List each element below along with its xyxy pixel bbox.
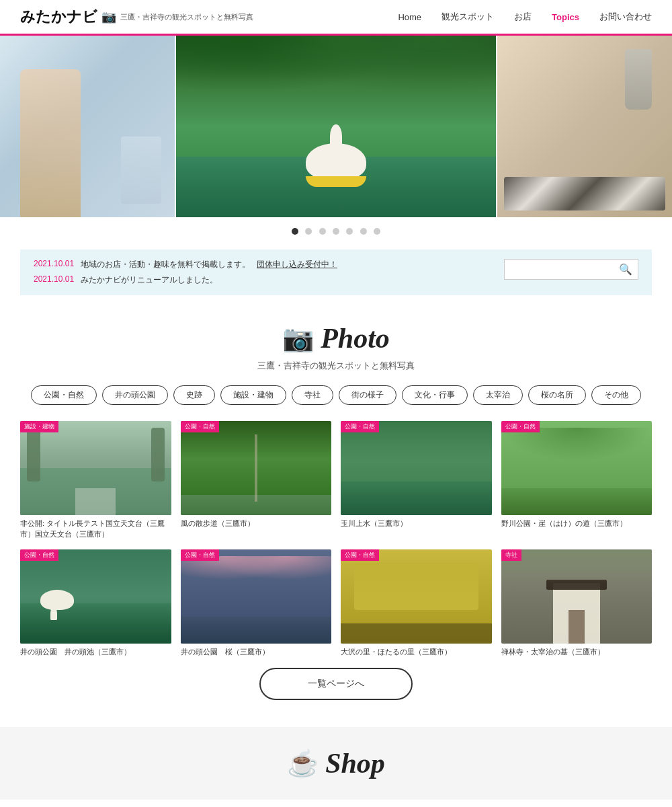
logo[interactable]: みたかナビ 📷 三鷹・吉祥寺の観光スポットと無料写真 xyxy=(20,7,253,27)
photo-image-7: 公園・自然 xyxy=(341,549,492,644)
filter-shrine[interactable]: 寺社 xyxy=(292,385,333,405)
photo-badge-6: 公園・自然 xyxy=(181,549,219,561)
view-more-button[interactable]: 一覧ページへ xyxy=(259,668,413,700)
hero-section xyxy=(0,36,672,217)
filter-dazai[interactable]: 太宰治 xyxy=(473,385,523,405)
photo-card-4[interactable]: 公園・自然 野川公園・崖（はけ）の道（三鷹市） xyxy=(501,421,653,540)
shop-section: ☕ Shop xyxy=(0,727,672,800)
photo-caption-3: 玉川上水（三鷹市） xyxy=(341,518,492,529)
logo-subtitle: 三鷹・吉祥寺の観光スポットと無料写真 xyxy=(120,12,253,22)
nav-topics[interactable]: Topics xyxy=(552,12,579,22)
dot-7[interactable] xyxy=(374,228,380,235)
photo-image-4: 公園・自然 xyxy=(501,421,653,515)
filter-town[interactable]: 街の様子 xyxy=(339,385,396,405)
nav-home[interactable]: Home xyxy=(398,12,421,22)
photo-card-7[interactable]: 公園・自然 大沢の里・ほたるの里（三鷹市） xyxy=(341,549,492,658)
search-box: 🔍 xyxy=(504,259,638,280)
logo-camera-icon: 📷 xyxy=(101,9,116,24)
photo-card-2[interactable]: 公園・自然 風の散歩道（三鷹市） xyxy=(181,421,332,540)
filter-facility[interactable]: 施設・建物 xyxy=(220,385,286,405)
photo-caption-7: 大沢の里・ほたるの里（三鷹市） xyxy=(341,647,492,658)
main-nav: Home 観光スポット お店 Topics お問い合わせ xyxy=(398,11,652,23)
dot-3[interactable] xyxy=(319,228,326,235)
photo-card-1[interactable]: 施設・建物 非公開: タイトル長テスト国立天文台（三鷹市）国立天文台（三鷹市） xyxy=(20,421,171,540)
photo-caption-1: 非公開: タイトル長テスト国立天文台（三鷹市）国立天文台（三鷹市） xyxy=(20,518,171,540)
search-input[interactable] xyxy=(510,265,619,274)
photo-badge-8: 寺社 xyxy=(501,549,521,561)
photo-image-8: 寺社 xyxy=(501,549,653,644)
nav-contact[interactable]: お問い合わせ xyxy=(599,11,652,23)
shop-title: ☕ Shop xyxy=(20,747,652,779)
photo-image-6: 公園・自然 xyxy=(181,549,332,644)
nav-shop[interactable]: お店 xyxy=(514,11,532,23)
filter-culture[interactable]: 文化・行事 xyxy=(402,385,468,405)
photo-badge-1: 施設・建物 xyxy=(20,421,58,432)
dot-6[interactable] xyxy=(360,228,367,235)
filter-tags: 公園・自然 井の頭公園 史跡 施設・建物 寺社 街の様子 文化・行事 太宰治 桜… xyxy=(20,385,652,405)
photo-badge-5: 公園・自然 xyxy=(20,549,58,561)
filter-other[interactable]: その他 xyxy=(591,385,641,405)
photo-badge-2: 公園・自然 xyxy=(181,421,219,432)
photo-caption-4: 野川公園・崖（はけ）の道（三鷹市） xyxy=(501,518,653,529)
photo-title-text: Photo xyxy=(321,322,390,354)
dot-2[interactable] xyxy=(305,228,312,235)
hero-panel-center xyxy=(176,36,496,217)
news-text-2: みたかナビがリニューアルしました。 xyxy=(81,274,218,286)
photo-subtitle: 三鷹・吉祥寺の観光スポットと無料写真 xyxy=(20,360,652,372)
photo-section-title: 📷 Photo xyxy=(20,322,652,354)
photo-badge-4: 公園・自然 xyxy=(501,421,540,432)
shop-icon: ☕ xyxy=(287,748,319,778)
news-link-1[interactable]: 団体申し込み受付中！ xyxy=(257,259,337,270)
news-item-2: 2021.10.01 みたかナビがリニューアルしました。 xyxy=(34,274,491,286)
filter-park-nature[interactable]: 公園・自然 xyxy=(31,385,97,405)
photo-card-8[interactable]: 寺社 禅林寺・太宰治の墓（三鷹市） xyxy=(501,549,653,658)
dot-4[interactable] xyxy=(333,228,339,235)
photo-grid: 施設・建物 非公開: タイトル長テスト国立天文台（三鷹市）国立天文台（三鷹市） … xyxy=(20,421,652,657)
news-text-1: 地域のお店・活動・趣味を無料で掲載します。 xyxy=(81,259,250,270)
news-date-1: 2021.10.01 xyxy=(34,259,74,270)
photo-caption-5: 井の頭公園 井の頭池（三鷹市） xyxy=(20,647,171,658)
hero-divider-1 xyxy=(175,36,176,217)
header: みたかナビ 📷 三鷹・吉祥寺の観光スポットと無料写真 Home 観光スポット お… xyxy=(0,0,672,36)
photo-image-5: 公園・自然 xyxy=(20,549,171,644)
news-item-1: 2021.10.01 地域のお店・活動・趣味を無料で掲載します。 団体申し込み受… xyxy=(34,259,491,270)
news-bar: 2021.10.01 地域のお店・活動・趣味を無料で掲載します。 団体申し込み受… xyxy=(20,249,652,295)
hero-dots[interactable] xyxy=(0,217,672,243)
photo-image-3: 公園・自然 xyxy=(341,421,492,515)
hero-divider-2 xyxy=(496,36,497,217)
hero-panel-right xyxy=(497,36,672,217)
photo-caption-8: 禅林寺・太宰治の墓（三鷹市） xyxy=(501,647,653,658)
photo-title-camera-icon: 📷 xyxy=(282,323,314,353)
photo-section: 📷 Photo 三鷹・吉祥寺の観光スポットと無料写真 公園・自然 井の頭公園 史… xyxy=(0,302,672,727)
photo-caption-2: 風の散歩道（三鷹市） xyxy=(181,518,332,529)
filter-cherry[interactable]: 桜の名所 xyxy=(528,385,586,405)
news-date-2: 2021.10.01 xyxy=(34,274,74,286)
photo-image-2: 公園・自然 xyxy=(181,421,332,515)
nav-kanko[interactable]: 観光スポット xyxy=(442,11,494,23)
photo-badge-3: 公園・自然 xyxy=(341,421,379,432)
search-button[interactable]: 🔍 xyxy=(619,263,632,276)
photo-card-6[interactable]: 公園・自然 井の頭公園 桜（三鷹市） xyxy=(181,549,332,658)
photo-image-1: 施設・建物 xyxy=(20,421,171,515)
photo-card-5[interactable]: 公園・自然 井の頭公園 井の頭池（三鷹市） xyxy=(20,549,171,658)
photo-badge-7: 公園・自然 xyxy=(341,549,379,561)
photo-caption-6: 井の頭公園 桜（三鷹市） xyxy=(181,647,332,658)
dot-5[interactable] xyxy=(346,228,353,235)
filter-inokashira[interactable]: 井の頭公園 xyxy=(102,385,168,405)
photo-card-3[interactable]: 公園・自然 玉川上水（三鷹市） xyxy=(341,421,492,540)
dot-1[interactable] xyxy=(292,228,298,235)
hero-panel-left xyxy=(0,36,175,217)
news-list: 2021.10.01 地域のお店・活動・趣味を無料で掲載します。 団体申し込み受… xyxy=(34,259,491,286)
shop-title-text: Shop xyxy=(325,747,385,779)
filter-historic[interactable]: 史跡 xyxy=(173,385,215,405)
logo-text: みたかナビ xyxy=(20,7,97,27)
